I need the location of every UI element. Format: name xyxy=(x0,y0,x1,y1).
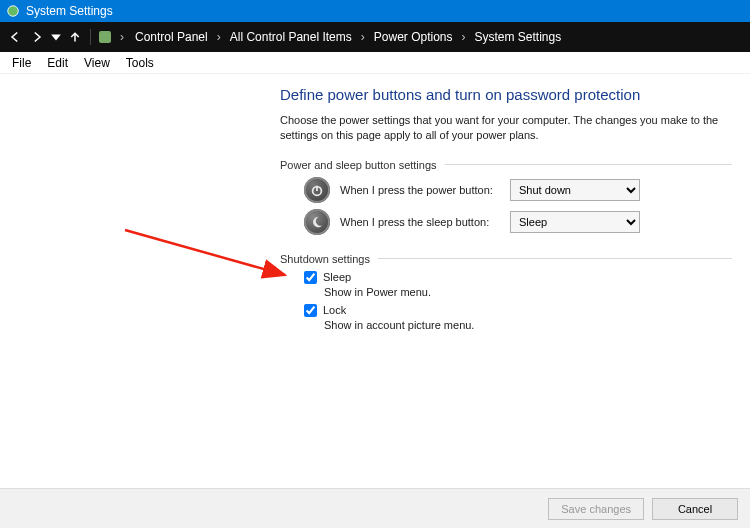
page-description: Choose the power settings that you want … xyxy=(280,113,732,143)
annotation-arrow xyxy=(120,225,295,285)
menu-view[interactable]: View xyxy=(76,54,118,72)
window-title: System Settings xyxy=(26,4,113,18)
breadcrumb-seg[interactable]: All Control Panel Items xyxy=(226,28,356,46)
sleep-checkbox[interactable] xyxy=(304,271,317,284)
shutdown-item-lock: Lock xyxy=(304,304,732,317)
power-icon xyxy=(304,177,330,203)
menu-bar: File Edit View Tools xyxy=(0,52,750,74)
sleep-button-select[interactable]: Sleep xyxy=(510,211,640,233)
section-shutdown: Shutdown settings xyxy=(280,253,732,265)
lock-checkbox[interactable] xyxy=(304,304,317,317)
sleep-button-row: When I press the sleep button: Sleep xyxy=(304,209,732,235)
back-button[interactable] xyxy=(6,28,24,46)
svg-point-0 xyxy=(8,6,19,17)
window-titlebar: System Settings xyxy=(0,0,750,22)
recent-dropdown[interactable] xyxy=(50,28,62,46)
chevron-right-icon: › xyxy=(117,30,127,44)
svg-line-3 xyxy=(125,230,285,275)
checkbox-label: Sleep xyxy=(323,271,351,283)
shutdown-item-sleep: Sleep xyxy=(304,271,732,284)
page-heading: Define power buttons and turn on passwor… xyxy=(280,86,732,103)
power-button-select[interactable]: Shut down xyxy=(510,179,640,201)
app-icon xyxy=(6,4,20,18)
chevron-right-icon: › xyxy=(458,30,468,44)
menu-tools[interactable]: Tools xyxy=(118,54,162,72)
sleep-icon xyxy=(304,209,330,235)
breadcrumb-seg[interactable]: Control Panel xyxy=(131,28,212,46)
chevron-right-icon: › xyxy=(358,30,368,44)
nav-separator xyxy=(90,29,91,45)
checkbox-subtext: Show in Power menu. xyxy=(324,286,732,298)
chevron-right-icon: › xyxy=(214,30,224,44)
breadcrumb-seg[interactable]: System Settings xyxy=(470,28,565,46)
breadcrumb: Control Panel › All Control Panel Items … xyxy=(131,28,565,46)
checkbox-label: Lock xyxy=(323,304,346,316)
power-button-label: When I press the power button: xyxy=(340,184,500,196)
save-changes-button[interactable]: Save changes xyxy=(548,498,644,520)
cancel-button[interactable]: Cancel xyxy=(652,498,738,520)
menu-edit[interactable]: Edit xyxy=(39,54,76,72)
breadcrumb-seg[interactable]: Power Options xyxy=(370,28,457,46)
divider xyxy=(445,164,732,165)
menu-file[interactable]: File xyxy=(4,54,39,72)
nav-bar: › Control Panel › All Control Panel Item… xyxy=(0,22,750,52)
power-button-row: When I press the power button: Shut down xyxy=(304,177,732,203)
svg-rect-1 xyxy=(99,31,111,43)
section-power-sleep: Power and sleep button settings xyxy=(280,159,732,171)
divider xyxy=(378,258,732,259)
content-area: Define power buttons and turn on passwor… xyxy=(280,86,732,337)
location-icon xyxy=(97,29,113,45)
footer-bar: Save changes Cancel xyxy=(0,488,750,528)
checkbox-subtext: Show in account picture menu. xyxy=(324,319,732,331)
section-title: Shutdown settings xyxy=(280,253,370,265)
forward-button[interactable] xyxy=(28,28,46,46)
up-button[interactable] xyxy=(66,28,84,46)
sleep-button-label: When I press the sleep button: xyxy=(340,216,500,228)
section-title: Power and sleep button settings xyxy=(280,159,437,171)
